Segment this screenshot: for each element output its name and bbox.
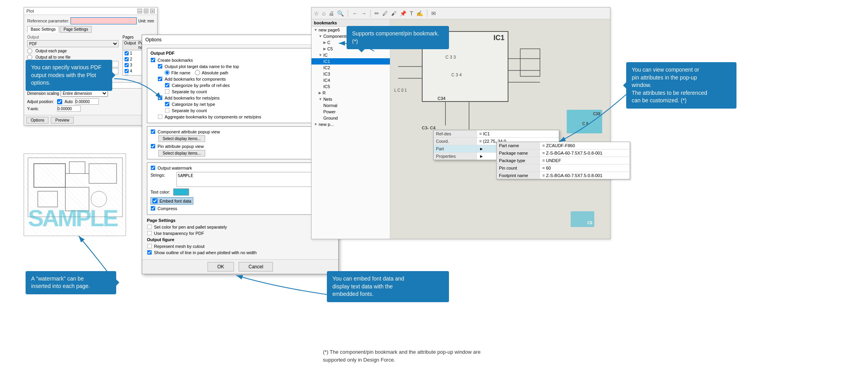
tree-ic2[interactable]: IC2 bbox=[312, 65, 390, 71]
output-watermark-check[interactable] bbox=[151, 166, 156, 170]
use-transparency-check[interactable] bbox=[147, 231, 152, 236]
separate-count-1-check[interactable] bbox=[165, 89, 170, 94]
edit-icon[interactable]: ✏ bbox=[375, 10, 379, 17]
email-icon[interactable]: ✉ bbox=[431, 10, 436, 17]
tree-power[interactable]: Power bbox=[312, 109, 390, 115]
search-icon[interactable]: 🔍 bbox=[337, 10, 344, 17]
absolute-path-radio[interactable] bbox=[195, 70, 200, 75]
use-transparency-row: Use transparency for PDF bbox=[147, 231, 334, 236]
page-2-check[interactable] bbox=[124, 57, 128, 61]
file-name-label: File name bbox=[171, 70, 190, 75]
arrow-icon: ▼ bbox=[319, 53, 322, 57]
tree-ic[interactable]: ▼ IC bbox=[312, 52, 390, 58]
tree-ic3[interactable]: IC3 bbox=[312, 71, 390, 77]
bookmarks-label: bookmarks bbox=[314, 20, 337, 25]
cancel-button[interactable]: Cancel bbox=[239, 262, 273, 271]
show-outline-label: Show outline of line in pad when plotted… bbox=[154, 250, 257, 255]
attr-key-props: Properties bbox=[434, 153, 477, 160]
adjust-label-row: Adjust position: Auto bbox=[27, 98, 154, 105]
svg-rect-7 bbox=[520, 49, 540, 76]
auto-checkbox[interactable] bbox=[57, 99, 62, 104]
options-title-bar: Options × bbox=[142, 35, 338, 45]
separate-count-2-check[interactable] bbox=[165, 108, 170, 113]
star-icon[interactable]: ☆ bbox=[314, 10, 319, 17]
tree-power-label: Power bbox=[323, 109, 336, 114]
bookmarks-nets-label: Add bookmarks for nets/pins bbox=[165, 96, 219, 100]
compress-label: Compress bbox=[158, 206, 177, 211]
output-all-radio[interactable] bbox=[27, 55, 32, 60]
options-button[interactable]: Options bbox=[26, 117, 48, 124]
pcb-canvas: IC1 8 C33 C 3 3 C34 C 3 4 C3- C4 C38 bbox=[390, 19, 610, 239]
tree-ic5[interactable]: IC5 bbox=[312, 83, 390, 90]
select-display-1-btn[interactable]: Select display items... bbox=[158, 135, 205, 142]
forward-icon[interactable]: → bbox=[361, 10, 366, 17]
pen-icon[interactable]: 🖊 bbox=[382, 10, 388, 17]
embed-font-check[interactable] bbox=[152, 198, 158, 203]
set-color-check[interactable] bbox=[147, 225, 152, 229]
file-name-radio[interactable] bbox=[165, 70, 170, 75]
sign-icon[interactable]: ✍ bbox=[416, 10, 423, 17]
pin-attr-check[interactable] bbox=[151, 144, 156, 149]
show-outline-check[interactable] bbox=[147, 250, 152, 255]
aggregate-check[interactable] bbox=[158, 114, 163, 119]
print-icon[interactable]: 🖨 bbox=[328, 10, 334, 17]
show-outline-row: Show outline of line in pad when plotted… bbox=[147, 250, 334, 255]
unit-label: Unit: mm bbox=[138, 19, 154, 23]
output-pdf-label: Output PDF bbox=[150, 51, 330, 55]
watermark-preview: SAMPLE bbox=[24, 153, 126, 236]
tree-r[interactable]: ▶ R bbox=[312, 90, 390, 96]
tree-ic2-label: IC2 bbox=[323, 65, 330, 70]
separate-count-1-label: Separate by count bbox=[172, 89, 207, 94]
tree-ground[interactable]: Ground bbox=[312, 115, 390, 121]
categorize-net-row: Categorize by net type bbox=[150, 102, 330, 107]
back-icon[interactable]: ← bbox=[352, 10, 358, 17]
bookmarks-components-check[interactable] bbox=[158, 77, 163, 81]
highlight-icon[interactable]: 🖌 bbox=[391, 10, 397, 17]
tree-normal[interactable]: Normal bbox=[312, 102, 390, 109]
page-4-check[interactable] bbox=[124, 69, 128, 73]
represent-mesh-check[interactable] bbox=[147, 244, 152, 249]
tab-page-settings[interactable]: Page Settings bbox=[60, 26, 91, 33]
page-5-check[interactable] bbox=[124, 75, 128, 76]
text-color-label: Text color: bbox=[150, 190, 170, 194]
tree-newp[interactable]: ▼ new p... bbox=[312, 121, 390, 127]
auto-val[interactable] bbox=[75, 98, 99, 105]
minimize-btn[interactable]: — bbox=[137, 9, 142, 13]
callout-plot-options: You can specify various PDF output modes… bbox=[26, 60, 112, 91]
close-btn[interactable]: × bbox=[150, 9, 155, 13]
format-dropdown[interactable]: PDF bbox=[27, 40, 119, 47]
component-attr-check[interactable] bbox=[151, 129, 156, 134]
tab-basic-settings[interactable]: Basic Settings bbox=[27, 26, 59, 33]
preview-button[interactable]: Preview bbox=[51, 117, 74, 124]
page-1-check[interactable] bbox=[124, 51, 128, 55]
arrow-icon: ▶ bbox=[319, 91, 321, 95]
create-bookmarks-check[interactable] bbox=[151, 58, 156, 63]
select-display-2-btn[interactable]: Select display items... bbox=[158, 150, 205, 157]
attr-key-part: Part bbox=[434, 145, 477, 152]
tree-ic5-label: IC5 bbox=[323, 84, 330, 89]
color-swatch[interactable] bbox=[173, 188, 189, 196]
compress-check[interactable] bbox=[151, 206, 156, 211]
tree-ic1[interactable]: IC1 bbox=[312, 58, 390, 65]
categorize-net-check[interactable] bbox=[165, 102, 170, 107]
y-input[interactable] bbox=[57, 105, 81, 112]
output-plot-check[interactable] bbox=[158, 64, 163, 69]
maximize-btn[interactable]: □ bbox=[144, 9, 148, 13]
bookmarks-nets-check[interactable] bbox=[158, 96, 163, 100]
output-each-radio[interactable] bbox=[27, 48, 32, 54]
strings-textarea[interactable]: SAMPLE bbox=[176, 172, 330, 187]
tree-nets[interactable]: ▼ Nets bbox=[312, 96, 390, 102]
part-row-1: Part name = ZCAUDF-F860 bbox=[497, 142, 630, 150]
reference-input[interactable] bbox=[70, 17, 137, 24]
ok-button[interactable]: OK bbox=[208, 262, 234, 271]
home-icon[interactable]: ⌂ bbox=[322, 10, 325, 17]
svg-rect-10 bbox=[69, 162, 85, 174]
categorize-prefix-label: Categorize by prefix of ref-des bbox=[172, 83, 230, 88]
categorize-prefix-check[interactable] bbox=[165, 83, 170, 88]
page-3-check[interactable] bbox=[124, 63, 128, 67]
arrow-icon: ▼ bbox=[319, 97, 322, 101]
tree-ic4[interactable]: IC4 bbox=[312, 77, 390, 83]
text-icon[interactable]: T bbox=[410, 10, 413, 17]
part-key-5: Footprint name bbox=[497, 172, 540, 179]
sticky-icon[interactable]: 📌 bbox=[400, 10, 406, 17]
